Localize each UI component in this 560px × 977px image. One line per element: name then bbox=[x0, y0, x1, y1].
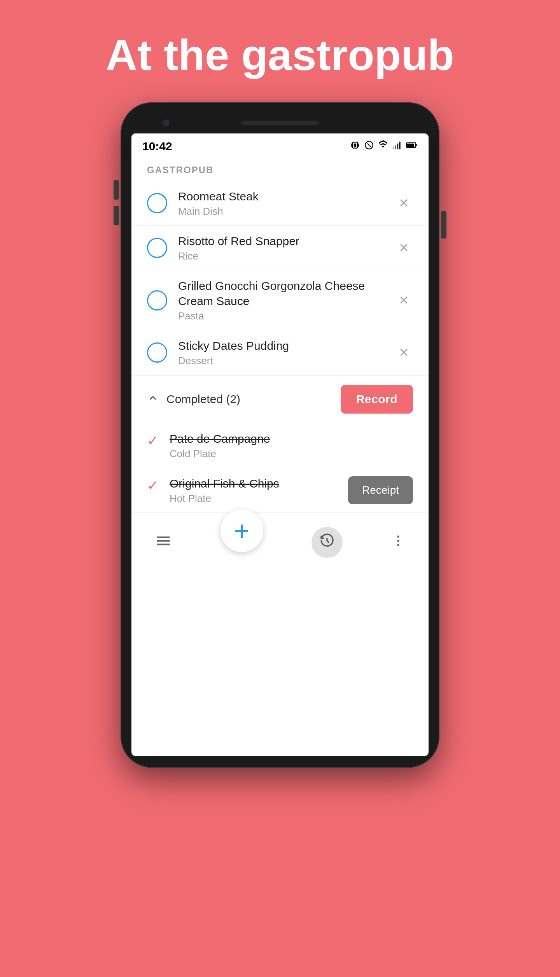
volume-down-button[interactable] bbox=[114, 206, 119, 225]
svg-point-16 bbox=[397, 535, 399, 538]
order-item-name-4: Sticky Dates Pudding bbox=[178, 338, 384, 353]
camera-dot bbox=[163, 119, 170, 126]
svg-rect-12 bbox=[407, 144, 414, 147]
volume-up-button[interactable] bbox=[114, 180, 119, 200]
status-time: 10:42 bbox=[142, 140, 172, 153]
remove-item-3[interactable]: ✕ bbox=[395, 289, 413, 312]
no-sound-icon bbox=[364, 140, 374, 153]
order-item-category-4: Dessert bbox=[178, 355, 384, 367]
menu-icon[interactable] bbox=[155, 532, 172, 553]
svg-rect-0 bbox=[351, 144, 352, 147]
completed-item-1: ✓ Pate de Campagne Cold Plate bbox=[131, 423, 429, 468]
svg-rect-11 bbox=[416, 144, 417, 146]
completed-label: Completed (2) bbox=[166, 393, 333, 406]
completed-item-2: ✓ Original Fish & Chips Hot Plate Receip… bbox=[131, 468, 429, 513]
checkbox-1[interactable] bbox=[147, 193, 167, 213]
remove-item-2[interactable]: ✕ bbox=[395, 237, 413, 259]
wifi-icon bbox=[378, 140, 388, 153]
order-item-name-3: Grilled Gnocchi Gorgonzola Cheese Cream … bbox=[178, 278, 384, 309]
chevron-up-icon[interactable] bbox=[147, 392, 159, 407]
hero-title: At the gastropub bbox=[0, 0, 560, 102]
svg-rect-9 bbox=[399, 142, 400, 150]
signal-icon bbox=[392, 140, 402, 153]
order-item-name-2: Risotto of Red Snapper bbox=[178, 233, 384, 249]
order-item-info-2: Risotto of Red Snapper Rice bbox=[178, 233, 384, 262]
side-buttons-right bbox=[441, 211, 446, 239]
order-item-info-3: Grilled Gnocchi Gorgonzola Cheese Cream … bbox=[178, 278, 384, 322]
history-icon-container[interactable] bbox=[312, 527, 343, 558]
order-item-category-1: Main Dish bbox=[178, 205, 384, 218]
svg-rect-8 bbox=[397, 144, 398, 149]
order-item-2: Risotto of Red Snapper Rice ✕ bbox=[131, 226, 429, 270]
svg-point-17 bbox=[397, 540, 399, 542]
status-icons bbox=[350, 140, 418, 153]
history-icon bbox=[319, 533, 335, 552]
order-item-category-3: Pasta bbox=[178, 310, 384, 322]
svg-rect-6 bbox=[393, 147, 394, 150]
completed-item-info-1: Pate de Campagne Cold Plate bbox=[170, 431, 413, 460]
svg-rect-1 bbox=[358, 144, 359, 147]
completed-item-name-2: Original Fish & Chips bbox=[170, 476, 337, 491]
order-item-name-1: Roomeat Steak bbox=[178, 189, 384, 204]
order-item-1: Roomeat Steak Main Dish ✕ bbox=[131, 181, 429, 226]
order-item-3: Grilled Gnocchi Gorgonzola Cheese Cream … bbox=[131, 270, 429, 330]
check-icon-1: ✓ bbox=[147, 433, 159, 449]
battery-icon bbox=[406, 140, 418, 153]
section-label: GASTROPUB bbox=[131, 157, 429, 181]
receipt-button[interactable]: Receipt bbox=[348, 476, 413, 504]
svg-line-5 bbox=[368, 144, 371, 147]
order-item-info-1: Roomeat Steak Main Dish bbox=[178, 189, 384, 218]
checkbox-4[interactable] bbox=[147, 342, 167, 363]
record-button[interactable]: Record bbox=[341, 385, 413, 414]
phone-container: 10:42 bbox=[121, 102, 439, 768]
more-options-icon[interactable] bbox=[391, 532, 405, 553]
plus-icon: + bbox=[234, 517, 250, 544]
order-item-category-2: Rice bbox=[178, 250, 384, 262]
phone-outer: 10:42 bbox=[121, 102, 439, 768]
order-item-4: Sticky Dates Pudding Dessert ✕ bbox=[131, 330, 429, 375]
fab-add-button[interactable]: + bbox=[220, 509, 263, 552]
checkbox-2[interactable] bbox=[147, 238, 167, 258]
power-button[interactable] bbox=[441, 211, 446, 239]
page-wrapper: At the gastropub 10:42 bbox=[0, 0, 560, 977]
phone-top-bar bbox=[131, 114, 429, 133]
remove-item-1[interactable]: ✕ bbox=[395, 192, 413, 214]
completed-header: Completed (2) Record bbox=[131, 375, 429, 423]
svg-rect-3 bbox=[354, 144, 357, 147]
vibrate-icon bbox=[350, 140, 360, 153]
phone-screen: 10:42 bbox=[131, 133, 429, 756]
side-buttons-left bbox=[114, 180, 119, 225]
completed-item-category-1: Cold Plate bbox=[170, 448, 413, 460]
checkbox-3[interactable] bbox=[147, 290, 167, 310]
remove-item-4[interactable]: ✕ bbox=[395, 341, 413, 364]
app-content: GASTROPUB Roomeat Steak Main Dish ✕ bbox=[131, 157, 429, 575]
bottom-nav: + bbox=[131, 513, 429, 575]
check-icon-2: ✓ bbox=[147, 477, 159, 494]
svg-point-18 bbox=[397, 544, 399, 546]
status-bar: 10:42 bbox=[131, 133, 429, 157]
completed-item-category-2: Hot Plate bbox=[170, 493, 337, 505]
completed-item-info-2: Original Fish & Chips Hot Plate bbox=[170, 476, 337, 505]
speaker-bar bbox=[241, 121, 319, 125]
svg-rect-7 bbox=[395, 145, 396, 149]
completed-item-name-1: Pate de Campagne bbox=[170, 431, 413, 446]
order-item-info-4: Sticky Dates Pudding Dessert bbox=[178, 338, 384, 367]
